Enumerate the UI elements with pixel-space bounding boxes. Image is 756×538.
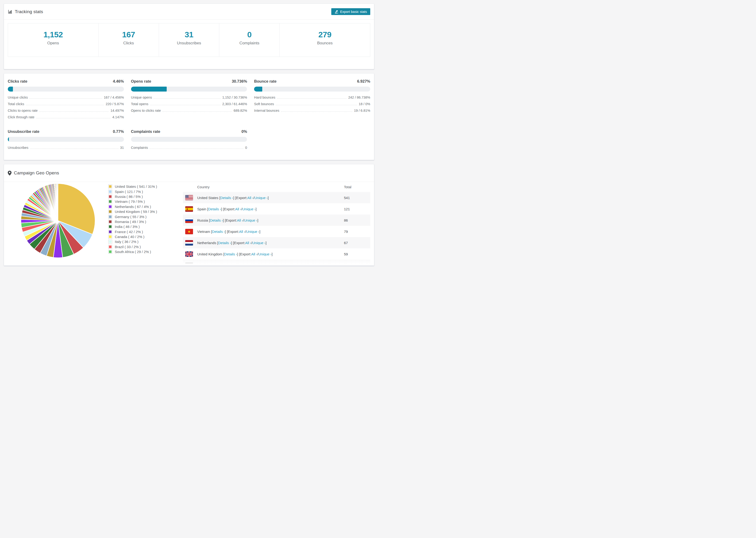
export-label: ] [Export: — [233, 196, 247, 200]
legend-label: India ( 46 / 3% ) — [115, 225, 140, 229]
details-link-us[interactable]: Details › — [220, 196, 233, 200]
rate-stat-row: Unsubscribes31 — [8, 146, 124, 152]
legend-item-brazil: Brazil ( 33 / 2% ) — [108, 244, 183, 249]
legend-swatch — [108, 215, 112, 219]
legend-item-italy: Italy ( 36 / 2% ) — [108, 239, 183, 244]
flag-icon-us — [185, 195, 193, 200]
export-basic-stats-button[interactable]: Export basic stats — [331, 8, 370, 15]
flag-icon-gb — [185, 251, 193, 257]
rate-stat-label: Soft bounces — [254, 102, 274, 106]
legend-swatch — [108, 230, 112, 234]
legend-swatch — [108, 190, 112, 194]
total-value: 79 — [344, 230, 370, 234]
export-unique-link-vn[interactable]: Unique › — [246, 230, 259, 234]
legend-label: South Africa ( 29 / 2% ) — [115, 250, 151, 254]
total-value: 541 — [344, 196, 370, 200]
export-all-link-nl[interactable]: All › — [245, 241, 251, 245]
rate-stat-row: Hard bounces242 / 86.738% — [254, 95, 370, 102]
rates-grid: Clicks rate4.46%Unique clicks167 / 4.456… — [4, 74, 374, 160]
dotted-leader — [39, 109, 109, 112]
stat-label: Complaints — [240, 41, 259, 45]
rate-panel-bounce-rate: Bounce rate6.927%Hard bounces242 / 86.73… — [254, 79, 370, 122]
bracket-close: ] — [266, 241, 266, 245]
bracket-close: ] — [259, 230, 260, 234]
geo-table-row-ru: Russia [Details ›] [Export: All › / Uniq… — [183, 215, 370, 226]
legend-swatch — [108, 210, 112, 214]
legend-item-france: France ( 42 / 2% ) — [108, 229, 183, 234]
export-label: ] [Export: — [227, 263, 241, 266]
geo-pie-chart[interactable] — [20, 183, 96, 258]
export-label: ] [Export: — [237, 252, 251, 256]
rate-value: 0% — [242, 129, 247, 134]
country-name: Russia [ — [197, 218, 210, 222]
country-name: United Kingdom [ — [197, 252, 224, 256]
export-all-link-es[interactable]: All › — [235, 207, 242, 211]
export-unique-link-us[interactable]: Unique › — [254, 196, 268, 200]
dotted-leader — [162, 109, 232, 112]
details-link-de[interactable]: Details › — [214, 263, 227, 266]
legend-item-south-africa: South Africa ( 29 / 2% ) — [108, 249, 183, 254]
dotted-leader — [30, 146, 119, 149]
export-all-link-gb[interactable]: All › — [251, 252, 257, 256]
export-label: ] [Export: — [223, 218, 237, 222]
rate-stat-label: Clicks to opens rate — [8, 109, 37, 112]
rate-value: 30.736% — [232, 79, 247, 83]
geo-opens-card: Campaign Geo Opens United States ( 541 /… — [4, 164, 374, 266]
rate-progress-bar — [8, 137, 124, 142]
legend-item-india: India ( 46 / 3% ) — [108, 224, 183, 229]
rate-stat-value: 242 / 86.738% — [348, 95, 370, 99]
legend-label: Netherlands ( 67 / 4% ) — [115, 205, 151, 209]
export-label: ] [Export: — [221, 207, 235, 211]
total-value: 59 — [344, 252, 370, 256]
legend-item-united-kingdom: United Kingdom ( 59 / 3% ) — [108, 209, 183, 214]
details-link-ru[interactable]: Details › — [210, 218, 223, 222]
stat-value: 1,152 — [43, 30, 63, 39]
details-link-es[interactable]: Details › — [208, 207, 221, 211]
legend-swatch — [108, 245, 112, 249]
export-unique-link-nl[interactable]: Unique › — [252, 241, 266, 245]
export-all-link-de[interactable]: All › — [241, 263, 247, 266]
export-unique-link-de[interactable]: Unique › — [248, 263, 261, 266]
rate-panel-clicks-rate: Clicks rate4.46%Unique clicks167 / 4.456… — [8, 79, 124, 122]
rate-stat-value: 18 / 0% — [359, 102, 370, 106]
export-all-link-ru[interactable]: All › — [237, 218, 243, 222]
export-unique-link-gb[interactable]: Unique › — [258, 252, 272, 256]
rate-stat-label: Internal bounces — [254, 109, 279, 112]
flag-icon-vn — [185, 229, 193, 234]
legend-label: Italy ( 36 / 2% ) — [115, 240, 138, 243]
dotted-leader — [36, 116, 111, 118]
rate-stat-label: Total opens — [131, 102, 148, 106]
export-label: ] [Export: — [231, 241, 245, 245]
legend-item-russia: Russia ( 86 / 5% ) — [108, 194, 183, 199]
details-link-gb[interactable]: Details › — [224, 252, 237, 256]
legend-label: Vietnam ( 79 / 5% ) — [115, 199, 145, 203]
details-link-nl[interactable]: Details › — [218, 241, 231, 245]
country-name: Vietnam [ — [197, 230, 212, 234]
legend-item-united-states: United States ( 541 / 31% ) — [108, 184, 183, 189]
legend-swatch — [108, 250, 112, 254]
summary-stats-row: 1,152Opens167Clicks31Unsubscribes0Compla… — [8, 23, 370, 57]
legend-label: Spain ( 121 / 7% ) — [115, 190, 143, 194]
export-unique-link-es[interactable]: Unique › — [242, 207, 256, 211]
legend-item-romania: Romania ( 49 / 3% ) — [108, 219, 183, 224]
export-icon — [335, 10, 338, 14]
rate-stat-row: Total opens2,303 / 61.446% — [131, 102, 247, 109]
rate-stat-row: Clicks to opens rate14.497% — [8, 109, 124, 115]
country-name: United States [ — [197, 196, 220, 200]
rate-stat-row: Click through rate4.147% — [8, 115, 124, 122]
export-button-label: Export basic stats — [340, 10, 367, 14]
legend-label: Russia ( 86 / 5% ) — [115, 194, 143, 198]
dotted-leader — [29, 96, 102, 99]
export-all-link-vn[interactable]: All › — [239, 230, 245, 234]
tracking-stats-header: Tracking stats Export basic stats — [4, 4, 374, 20]
export-unique-link-ru[interactable]: Unique › — [244, 218, 257, 222]
details-link-vn[interactable]: Details › — [212, 230, 225, 234]
export-all-link-us[interactable]: All › — [247, 196, 253, 200]
dotted-leader — [149, 146, 243, 149]
bracket-close: ] — [257, 218, 258, 222]
bracket-close: ] — [261, 263, 262, 266]
geo-pie-wrap — [8, 182, 108, 265]
dotted-leader — [153, 96, 221, 99]
rate-stat-row: Opens to clicks rate689.82% — [131, 109, 247, 115]
rate-stat-value: 689.82% — [234, 109, 247, 112]
